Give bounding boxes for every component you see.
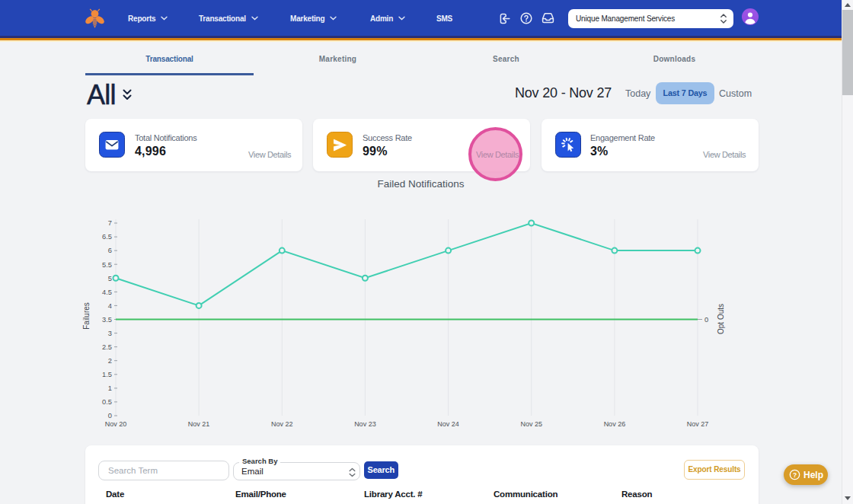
svg-text:0: 0 bbox=[704, 316, 708, 324]
svg-text:?: ? bbox=[793, 471, 797, 479]
svg-text:6.5: 6.5 bbox=[102, 233, 112, 241]
svg-text:Nov 25: Nov 25 bbox=[520, 420, 542, 428]
svg-text:Failures: Failures bbox=[82, 302, 91, 330]
svg-text:0: 0 bbox=[108, 412, 112, 419]
svg-text:4.5: 4.5 bbox=[102, 289, 112, 296]
svg-text:1: 1 bbox=[108, 384, 112, 392]
svg-text:4: 4 bbox=[108, 302, 112, 310]
svg-text:Nov 23: Nov 23 bbox=[354, 420, 376, 428]
svg-text:Nov 20: Nov 20 bbox=[105, 420, 127, 428]
svg-text:0.5: 0.5 bbox=[102, 398, 112, 406]
svg-text:Nov 27: Nov 27 bbox=[687, 420, 709, 428]
svg-text:6: 6 bbox=[108, 247, 112, 254]
svg-text:3: 3 bbox=[108, 330, 112, 337]
svg-text:Nov 24: Nov 24 bbox=[437, 420, 459, 428]
svg-text:5.5: 5.5 bbox=[102, 261, 112, 269]
svg-text:Opt Outs: Opt Outs bbox=[717, 304, 725, 334]
svg-text:5: 5 bbox=[108, 275, 112, 282]
svg-text:7: 7 bbox=[108, 219, 112, 227]
svg-text:1.5: 1.5 bbox=[102, 371, 112, 378]
svg-text:Nov 21: Nov 21 bbox=[188, 420, 210, 428]
svg-text:3.5: 3.5 bbox=[102, 316, 112, 324]
svg-text:Nov 26: Nov 26 bbox=[604, 420, 626, 428]
svg-text:Nov 22: Nov 22 bbox=[271, 420, 293, 428]
svg-text:2.5: 2.5 bbox=[102, 343, 112, 351]
svg-text:2: 2 bbox=[108, 357, 112, 365]
